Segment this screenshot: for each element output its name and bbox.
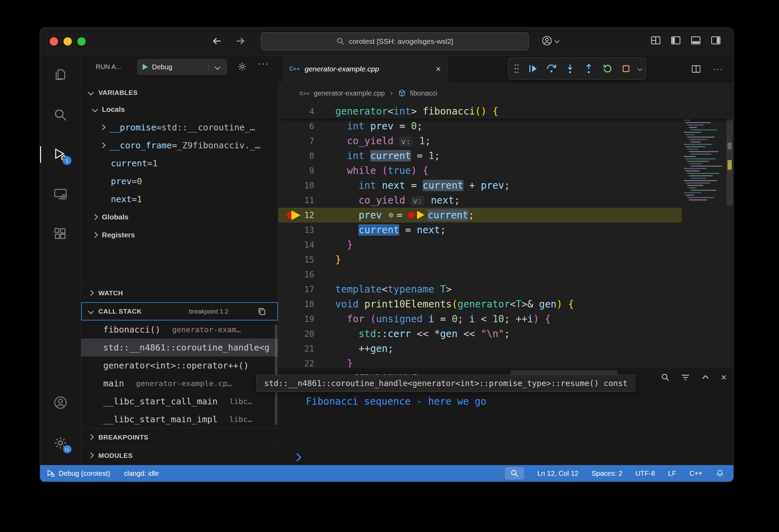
minimize-window-button[interactable] [64,37,72,46]
inline-exec-arrow-icon[interactable] [417,211,424,219]
code-line-14[interactable]: 14 } [278,237,682,252]
line-number[interactable]: 9 [278,166,323,176]
debug-config-dropdown[interactable]: Debug [137,59,227,75]
line-number[interactable]: 21 [278,344,323,354]
clangd-status-item[interactable]: clangd: idle [124,470,159,477]
variable-row-next[interactable]: next = 1 [81,190,278,208]
step-over-button[interactable] [545,62,558,75]
variable-row--coro-frame[interactable]: __coro_frame = _Z9fibonacciv._… [81,136,278,154]
start-debug-icon[interactable] [143,64,148,70]
scrollbar-thumb[interactable] [727,104,733,206]
code-line-8[interactable]: 8 int current = 1; [278,148,682,163]
breakpoint-current-statement-icon[interactable] [287,210,302,220]
zoom-indicator[interactable] [505,467,524,480]
search-icon[interactable] [52,107,69,123]
breadcrumb-file[interactable]: generator-example.cpp [314,89,385,97]
stack-frame-2[interactable]: generator<int>::operator++() [81,356,278,374]
code-line-10[interactable]: 10 int next = current + prev; [278,178,682,193]
line-number[interactable]: 14 [278,240,323,250]
debug-settings-gear-icon[interactable] [237,62,247,71]
maximize-panel-chevron-icon[interactable] [701,373,710,382]
copy-call-stack-icon[interactable] [257,307,266,316]
panel-search-icon[interactable] [661,373,670,382]
status-item-c++[interactable]: C++ [689,470,702,477]
code-line-6[interactable]: 6 int prev = 0; [278,119,682,134]
account-icon[interactable] [52,394,69,411]
code-line-12[interactable]: 12 prev = current; [278,208,682,223]
close-window-button[interactable] [50,37,58,46]
chevron-right-icon[interactable] [92,232,98,238]
more-actions-icon[interactable]: ··· [713,64,723,74]
chevron-right-icon[interactable] [92,214,98,220]
code-line-13[interactable]: 13 current = next; [278,223,682,237]
debug-status-item[interactable]: Debug (corotest) [46,469,110,478]
close-panel-icon[interactable]: × [721,372,727,383]
code-line-4[interactable]: 4generator<int> fibonacci() { [278,104,733,119]
extensions-icon[interactable] [52,226,69,242]
code-line-16[interactable]: 16 [278,267,682,282]
zoom-window-button[interactable] [77,37,86,46]
remote-explorer-icon[interactable] [52,186,69,203]
stack-frame-1[interactable]: std::__n4861::coroutine_handle<g [81,338,278,356]
status-item-spaces[interactable]: Spaces: 2 [592,470,622,477]
run-and-debug-icon[interactable]: 1 [52,146,69,163]
stack-frame-0[interactable]: fibonacci()generator-exam… [81,321,278,338]
more-actions-icon[interactable]: ··· [258,58,269,69]
command-center[interactable]: corotest [SSH: avogelsges-wsl2] [261,32,529,50]
editor-scrollbar[interactable] [725,104,733,367]
filter-icon[interactable] [681,373,690,382]
sticky-scroll-line[interactable]: 4generator<int> fibonacci() { [278,104,733,119]
notifications-bell-icon[interactable] [715,469,724,478]
stop-button[interactable] [619,62,633,75]
variable-row--promise[interactable]: __promise = std::__coroutine_… [81,118,278,136]
toggle-primary-sidebar-icon[interactable] [671,35,681,46]
toggle-secondary-sidebar-icon[interactable] [711,35,721,46]
console-prompt-icon[interactable] [293,453,301,461]
code-line-17[interactable]: 17template<typename T> [278,282,682,297]
line-number[interactable]: 8 [278,151,323,161]
code-editor[interactable]: 4generator<int> fibonacci() { 6 int prev… [278,104,733,367]
stop-options-chevron-icon[interactable] [638,66,642,72]
toolbar-drag-handle[interactable] [512,62,521,75]
line-number[interactable]: 7 [278,136,323,146]
watch-section-header[interactable]: WATCH [81,284,278,302]
code-line-21[interactable]: 21 ++gen; [278,341,682,356]
code-line-18[interactable]: 18void print10Elements(generator<T>& gen… [278,297,682,312]
chevron-right-icon[interactable] [100,125,106,130]
line-number[interactable]: 10 [278,181,323,190]
code-line-11[interactable]: 11 co_yield v: next; [278,193,682,208]
step-into-button[interactable] [564,62,577,75]
code-line-22[interactable]: 22 } [278,356,682,367]
chevron-right-icon[interactable] [100,142,106,148]
line-number[interactable]: 22 [278,359,323,368]
modules-section-header[interactable]: MODULES [81,446,278,465]
chevron-down-icon[interactable] [209,65,227,69]
stack-frame-4[interactable]: __libc_start_call_mainlibc… [81,392,278,410]
back-button[interactable] [211,35,223,47]
line-number[interactable]: 18 [278,299,323,309]
stack-frame-3[interactable]: maingenerator-example.cp… [81,374,278,392]
scope-row-registers[interactable]: Registers [81,226,278,244]
status-item-ln[interactable]: Ln 12, Col 12 [537,470,578,477]
line-number[interactable]: 15 [278,255,323,265]
split-editor-icon[interactable] [691,64,701,74]
forward-button[interactable] [234,35,246,47]
toggle-panel-icon[interactable] [691,35,701,46]
customize-layout-icon[interactable] [651,35,661,46]
restart-button[interactable] [601,62,614,75]
tab-generator-example[interactable]: C++ generator-example.cpp × [282,56,448,82]
settings-gear-icon[interactable]: LL [52,435,69,451]
status-item-lf[interactable]: LF [668,470,676,477]
continue-button[interactable] [526,62,539,75]
breakpoints-section-header[interactable]: BREAKPOINTS [81,428,278,446]
line-number[interactable]: 11 [278,196,323,205]
line-number[interactable]: 6 [278,121,323,131]
accounts-menu[interactable] [541,35,559,46]
line-number[interactable]: 19 [278,314,323,324]
line-number[interactable]: 17 [278,285,323,294]
line-number[interactable]: 20 [278,329,323,339]
status-item-utf-8[interactable]: UTF-8 [635,470,655,477]
variables-section-header[interactable]: VARIABLES [81,85,278,100]
close-tab-icon[interactable]: × [436,64,441,75]
breadcrumb-symbol[interactable]: fibonacci [410,89,437,97]
